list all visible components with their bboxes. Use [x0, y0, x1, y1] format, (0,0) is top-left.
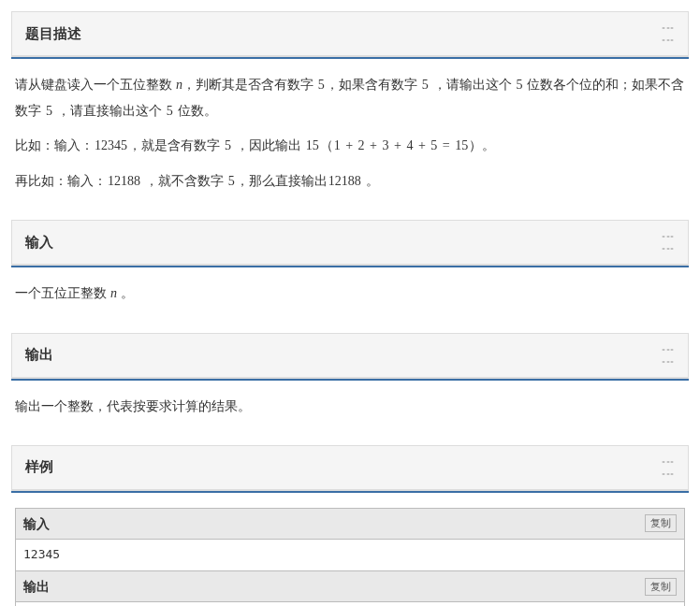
description-para-2: 比如：输入：12345，就是含有数字 5 ，因此输出 15（1 + 2 + 3 … — [15, 133, 685, 159]
sample-box: 输入 复制 12345 输出 复制 15 — [15, 508, 685, 606]
sample-body: 输入 复制 12345 输出 复制 15 — [11, 493, 689, 606]
description-para-3: 再比如：输入：12188 ，就不含数字 5，那么直接输出12188 。 — [15, 168, 685, 195]
description-body: 请从键盘读入一个五位整数 n，判断其是否含有数字 5，如果含有数字 5 ，请输出… — [11, 59, 689, 220]
output-panel: 输出 ⋮⋮ — [11, 333, 689, 379]
sample-output-value: 15 — [16, 602, 684, 606]
sample-heading: 样例 ⋮⋮ — [12, 446, 688, 490]
input-title: 输入 — [25, 234, 53, 252]
drag-handle-icon[interactable]: ⋮⋮ — [662, 455, 675, 480]
output-heading: 输出 ⋮⋮ — [12, 334, 688, 378]
input-text: 一个五位正整数 n 。 — [15, 281, 685, 307]
sample-input-header: 输入 复制 — [16, 509, 684, 541]
input-heading: 输入 ⋮⋮ — [12, 221, 688, 265]
output-title: 输出 — [25, 346, 53, 364]
description-title: 题目描述 — [25, 25, 81, 43]
drag-handle-icon[interactable]: ⋮⋮ — [662, 230, 675, 254]
input-body: 一个五位正整数 n 。 — [11, 267, 689, 333]
problem-description-panel: 题目描述 ⋮⋮ — [11, 11, 689, 57]
sample-panel: 样例 ⋮⋮ — [11, 445, 689, 491]
drag-handle-icon[interactable]: ⋮⋮ — [662, 22, 675, 46]
copy-output-button[interactable]: 复制 — [645, 578, 677, 596]
drag-handle-icon[interactable]: ⋮⋮ — [662, 343, 675, 368]
sample-output-header: 输出 复制 — [16, 570, 684, 603]
sample-output-label: 输出 — [23, 574, 50, 599]
sample-title: 样例 — [25, 458, 53, 476]
output-text: 输出一个整数，代表按要求计算的结果。 — [15, 394, 685, 419]
sample-input-label: 输入 — [23, 512, 50, 537]
description-heading: 题目描述 ⋮⋮ — [12, 12, 688, 56]
sample-input-value: 12345 — [16, 540, 684, 570]
input-panel: 输入 ⋮⋮ — [11, 220, 689, 266]
output-body: 输出一个整数，代表按要求计算的结果。 — [11, 381, 689, 445]
copy-input-button[interactable]: 复制 — [645, 514, 677, 532]
description-para-1: 请从键盘读入一个五位整数 n，判断其是否含有数字 5，如果含有数字 5 ，请输出… — [15, 72, 685, 123]
